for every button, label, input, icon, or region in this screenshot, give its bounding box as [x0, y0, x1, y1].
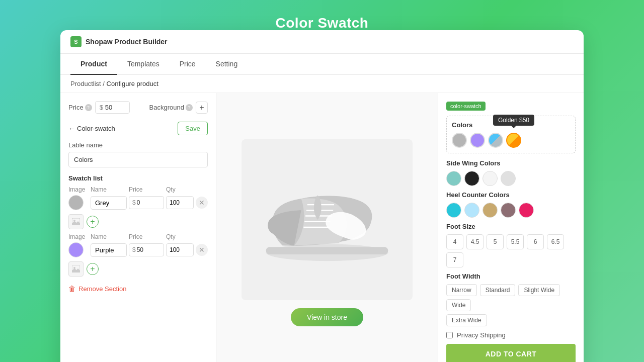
- size-6[interactable]: 6: [527, 234, 544, 249]
- back-button[interactable]: ← Color-swatch: [68, 125, 115, 132]
- col-price-label: Price: [129, 186, 164, 193]
- color-swatch-tag: color-swatch: [446, 102, 486, 111]
- color-swatch-golden[interactable]: [506, 133, 521, 148]
- swatch-circle-grey: [68, 195, 84, 210]
- view-store-button[interactable]: View in store: [291, 308, 363, 326]
- width-narrow[interactable]: Narrow: [446, 284, 477, 296]
- left-panel: Price ? $ Background ? +: [60, 93, 216, 362]
- tab-price[interactable]: Price: [170, 54, 206, 75]
- app-window: S Shopaw Product Builder Product Templat…: [60, 30, 584, 362]
- trash-icon: 🗑: [68, 285, 75, 293]
- img-placeholder-grey[interactable]: [68, 214, 84, 229]
- heel-counter-section: Heel Counter Colors: [446, 191, 576, 218]
- swatch-col-headers: Image Name Price Qty: [68, 186, 208, 193]
- side-wing-title: Side Wing Colors: [446, 159, 576, 167]
- right-panel: color-swatch Colors Golden $50: [438, 93, 584, 362]
- col-name-label-2: Name: [91, 233, 127, 240]
- bg-label: Background ?: [149, 104, 193, 111]
- svg-rect-5: [266, 247, 388, 254]
- swatch-name-grey[interactable]: [91, 196, 127, 210]
- color-swatch-bluegrey[interactable]: [488, 133, 503, 148]
- heel-tan[interactable]: [482, 203, 498, 218]
- size-7[interactable]: 7: [446, 252, 463, 267]
- swatch-add-row-grey: +: [68, 214, 208, 229]
- swatch-qty-grey[interactable]: [166, 196, 194, 209]
- tab-templates[interactable]: Templates: [117, 54, 170, 75]
- price-input-wrap: $: [95, 101, 130, 114]
- remove-section-label: Remove Section: [78, 285, 126, 293]
- swatch-qty-purple[interactable]: [166, 243, 194, 256]
- privacy-label: Privacy Shipping: [457, 331, 506, 339]
- swatch-price-grey: $: [129, 196, 164, 209]
- colors-swatch-dots: Golden $50: [452, 133, 570, 148]
- privacy-checkbox[interactable]: [446, 332, 453, 338]
- price-info-icon: ?: [85, 104, 92, 111]
- col-qty-label-2: Qty: [166, 233, 194, 240]
- bg-info-icon: ?: [186, 104, 193, 111]
- heel-counter-title: Heel Counter Colors: [446, 191, 576, 199]
- breadcrumb-list[interactable]: Productlist: [70, 80, 101, 87]
- swatch-list-title: Swatch list: [68, 174, 208, 182]
- bg-group: Background ? +: [149, 102, 208, 114]
- size-4[interactable]: 4: [446, 234, 463, 249]
- img-placeholder-purple[interactable]: [68, 261, 84, 277]
- foot-width-extra: Extra Wide: [446, 314, 576, 326]
- price-group: Price ? $: [68, 101, 130, 114]
- swatch-add-image-purple[interactable]: +: [87, 263, 99, 275]
- privacy-row: Privacy Shipping: [446, 331, 576, 339]
- swatch-add-row-purple: +: [68, 261, 208, 277]
- swatch-price-input-purple[interactable]: [137, 246, 154, 253]
- remove-section[interactable]: 🗑 Remove Section: [68, 285, 208, 293]
- lable-name-input[interactable]: [68, 152, 208, 167]
- label-section: Lable name: [68, 141, 208, 167]
- size-4-5[interactable]: 4.5: [466, 234, 484, 249]
- col-name-label: Name: [91, 186, 127, 193]
- app-name: Shopaw Product Builder: [86, 38, 168, 46]
- price-bg-row: Price ? $ Background ? +: [68, 101, 208, 114]
- heel-teal[interactable]: [446, 203, 461, 218]
- size-6-5[interactable]: 6.5: [547, 234, 564, 249]
- side-wing-lightgrey[interactable]: [501, 171, 516, 186]
- swatch-row-grey: $ ✕: [68, 195, 208, 210]
- heel-lightblue[interactable]: [464, 203, 479, 218]
- price-symbol: $: [100, 104, 103, 111]
- swatch-delete-grey[interactable]: ✕: [196, 197, 208, 209]
- swatch-delete-purple[interactable]: ✕: [196, 244, 208, 256]
- swatch-name-purple[interactable]: [91, 243, 127, 257]
- width-extra-wide[interactable]: Extra Wide: [446, 314, 487, 326]
- tab-product[interactable]: Product: [70, 54, 117, 75]
- side-wing-white[interactable]: [482, 171, 498, 186]
- swatch-header: ← Color-swatch Save: [68, 122, 208, 135]
- foot-width-options: Narrow Standard Slight Wide Wide: [446, 284, 576, 311]
- colors-section-box: Colors Golden $50: [446, 116, 576, 153]
- width-wide[interactable]: Wide: [446, 299, 471, 311]
- swatch-row-purple: $ ✕: [68, 242, 208, 257]
- side-wing-black[interactable]: [464, 171, 479, 186]
- swatch-col-headers-2: Image Name Price Qty: [68, 233, 208, 240]
- product-image-area: [242, 139, 413, 300]
- heel-mauve[interactable]: [501, 203, 516, 218]
- color-swatch-grey[interactable]: [452, 133, 467, 148]
- side-wing-green[interactable]: [446, 171, 461, 186]
- swatch-add-image-grey[interactable]: +: [87, 216, 99, 228]
- color-swatch-purple[interactable]: [470, 133, 485, 148]
- width-standard[interactable]: Standard: [480, 284, 516, 296]
- center-panel: View in store: [216, 93, 438, 362]
- size-5-5[interactable]: 5.5: [507, 234, 524, 249]
- page-title: Color Swatch: [276, 15, 369, 31]
- bg-add-button[interactable]: +: [196, 102, 208, 114]
- price-input[interactable]: [105, 104, 125, 111]
- heel-redpink[interactable]: [519, 203, 534, 218]
- width-slight-wide[interactable]: Slight Wide: [518, 284, 560, 296]
- golden-tooltip: Golden $50: [493, 115, 534, 126]
- nav-tabs: Product Templates Price Setting: [60, 54, 584, 75]
- logo-icon: S: [70, 36, 82, 47]
- save-button[interactable]: Save: [178, 122, 208, 135]
- add-to-cart-button[interactable]: ADD TO CART: [446, 344, 576, 362]
- col-qty-label: Qty: [166, 186, 194, 193]
- product-shoe-svg: [257, 169, 397, 270]
- size-5[interactable]: 5: [487, 234, 504, 249]
- foot-size-section: Foot Size 4 4.5 5 5.5 6 6.5 7: [446, 223, 576, 267]
- swatch-price-input-grey[interactable]: [137, 199, 154, 206]
- tab-setting[interactable]: Setting: [206, 54, 248, 75]
